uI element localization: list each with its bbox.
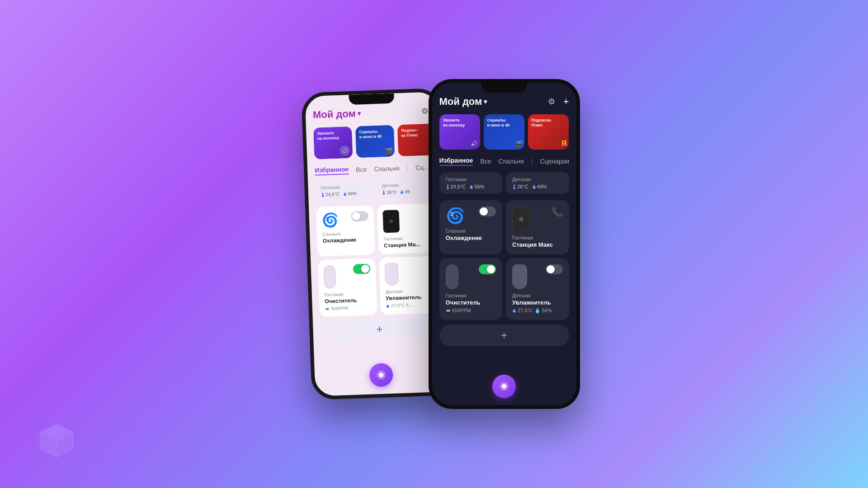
purifier-stat-light: 556РРМ [325,305,371,311]
promo-img-2-dark: 🎬 [515,141,523,148]
toggle-cooling-dark[interactable] [479,206,496,216]
settings-icon-dark[interactable]: ⚙ [545,95,558,108]
svg-rect-4 [322,192,323,195]
cube-logo [36,420,77,461]
tabs-dark: Избранное Все Спальня | Сценарии [439,157,569,166]
room-kids-name-dark: Детская [512,177,563,182]
humidifier-name-light: Увлажнитель [385,294,432,302]
tab-favorites-light[interactable]: Избранное [314,165,349,176]
room-kids-stats-light: 26°С 49 [382,188,428,195]
alisa-button-dark[interactable] [492,375,516,398]
purifier-icon-dark [446,264,458,289]
tab-all-light[interactable]: Все [355,166,367,174]
room-living-light[interactable]: Гостиная 24,5°С 56% [315,180,373,201]
device-cooling-icon-area: 🌀 3 [321,211,368,229]
tab-favorites-dark[interactable]: Избранное [439,157,473,166]
svg-rect-13 [446,310,450,311]
room-kids-light[interactable]: Детская 26°С 49 [376,178,434,199]
promo-label-3-dark: ПодпискаПлюс [532,118,565,128]
promo-img-3-dark: Я [561,140,567,148]
purifier-room-light: Гостиная [324,291,371,297]
tab-all-dark[interactable]: Все [480,158,491,165]
device-purifier-dark[interactable]: Гостиная Очиститель 556РРМ [439,258,503,320]
humidifier-stat-light: 27,5°С 5... [386,302,432,309]
toggle-purifier-light[interactable] [353,264,370,274]
promo-card-3-dark[interactable]: ПодпискаПлюс Я [528,114,569,150]
device-station-icon-area [382,209,430,233]
drop-icon-kids-dark [532,184,536,189]
room-living-name-dark: Гостиная [446,177,496,182]
temp-stat-dark: 24,5°С [446,184,466,189]
device-cooling-icon-area-dark: 🌀 3 [446,206,496,225]
toggle-knob-purifier-dark [487,265,495,273]
tab-bedroom-light[interactable]: Спальня [373,164,399,173]
thermometer-icon-dark [446,184,450,189]
promo-card-1-dark[interactable]: Звонитена колонку 🔊 [439,114,480,150]
device-humidifier-dark[interactable]: Детская Увлажнитель 27,5°С 💧 56% [506,258,569,320]
chevron-down-dark: ▾ [484,98,487,105]
fan-icon-dark: 🌀 [446,207,465,224]
device-purifier-light[interactable]: Гостиная Очиститель 556РРМ [318,258,377,317]
home-title-light[interactable]: Мой дом ▾ [312,108,361,121]
fan-icon-wrapper-light: 🌀 3 [321,212,339,228]
room-kids-name-light: Детская [382,182,428,188]
tab-bedroom-dark[interactable]: Спальня [499,158,524,165]
promo-label-1-dark: Звонитена колонку [443,118,476,128]
promo-card-3-light[interactable]: Подпис-ка Плюс Я [397,124,432,157]
promo-card-2-light[interactable]: Сериалыи кино в 4К 🎬 [355,125,394,158]
tab-divider-dark: | [531,158,533,165]
home-title-dark[interactable]: Мой дом ▾ [439,96,487,108]
promo-card-1-light[interactable]: Звонитена колонку 🔊 [313,127,352,160]
room-kids-dark[interactable]: Детская 26°С 49% [506,172,569,194]
tab-scenes-light[interactable]: Сц... [415,164,429,171]
device-station-dark[interactable]: 📞 Гостиная Станция Макс [506,200,569,254]
alisa-button-light[interactable] [369,363,393,387]
promo-row-dark: Звонитена колонку 🔊 Сериалыи кино в 4К 🎬… [439,114,569,150]
header-icons-dark: ⚙ + [545,95,569,108]
station-icon-light [382,210,400,233]
chevron-down-light: ▾ [357,110,361,117]
humidifier-room-dark: Детская [512,293,563,298]
kids-humidity-stat-dark: 49% [532,184,547,189]
co2-icon-light [325,306,329,311]
humidifier-icon-dark [512,264,527,289]
humidifier-stat-dark: 27,5°С 💧 56% [512,308,563,314]
add-button-light[interactable]: + [320,317,439,341]
svg-rect-6 [383,190,384,193]
device-station-light[interactable]: Гостиная Станция Ма... [377,203,436,254]
fan-icon-light: 🌀 [321,212,339,228]
tab-divider-light: | [406,164,408,171]
promo-label-2-light: Сериалыи кино в 4К [359,129,391,140]
device-station-icon-area-dark: 📞 [512,206,563,231]
header-dark: Мой дом ▾ ⚙ + [439,95,569,108]
tab-scenes-dark[interactable]: Сценарии [540,158,569,165]
promo-card-2-dark[interactable]: Сериалыи кино в 4К 🎬 [484,114,524,150]
promo-icon-1: 🔊 [340,145,350,156]
toggle-knob-cooling-light [352,212,360,221]
fan-icon-wrapper-dark: 🌀 3 [446,206,465,225]
purifier-stat-dark: 556РРМ [446,308,496,313]
kids-temp-stat-light: 26°С [382,189,396,195]
drop-icon-dark [469,184,473,189]
station-name-dark: Станция Макс [512,241,563,248]
thermometer-icon-kids-dark [512,184,516,189]
kids-temp-stat-dark: 26°С [512,184,528,189]
fan-badge-dark: 3 [450,211,453,217]
svg-rect-11 [514,184,514,188]
fan-badge-light: 3 [325,216,328,221]
add-icon-dark[interactable]: + [563,96,569,108]
rooms-light: Гостиная 24,5°С 56% Детская [315,178,434,201]
toggle-knob-purifier-light [361,265,369,273]
drop-icon-light [343,192,346,196]
toggle-cooling-light[interactable] [351,211,368,221]
promo-label-1-light: Звонитена колонку [317,130,349,141]
toggle-humidifier-dark[interactable] [546,264,563,274]
room-living-dark[interactable]: Гостиная 24,5°С 56% [439,172,503,194]
humidifier-room-light: Детская [385,288,432,295]
device-cooling-light[interactable]: 🌀 3 Спальня Охлаждение [316,205,375,256]
notch-light [349,93,394,104]
device-humidifier-icon-area-dark [512,264,563,289]
toggle-purifier-dark[interactable] [479,264,496,274]
add-button-dark[interactable]: + [439,324,569,346]
device-cooling-dark[interactable]: 🌀 3 Спальня Охлаждение [439,200,503,254]
